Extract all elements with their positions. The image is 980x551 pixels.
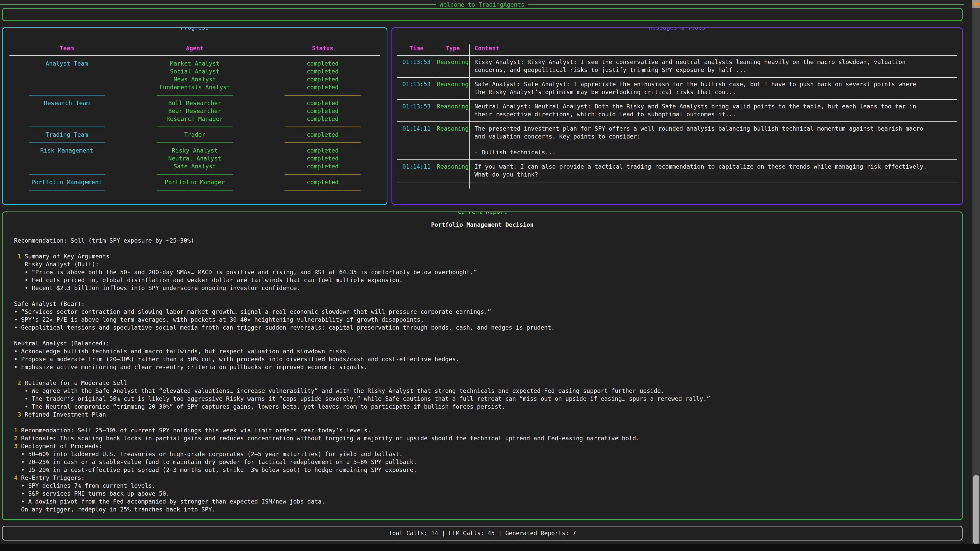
messages-table-footer <box>469 183 957 189</box>
status-separator-line <box>285 190 361 191</box>
report-heading: Portfolio Management Decision <box>14 221 951 229</box>
bottom-strip <box>0 545 980 551</box>
messages-table-footer <box>436 183 469 189</box>
progress-group-separator <box>3 139 387 147</box>
report-line: • The trader’s original 50% cut is likel… <box>14 395 951 403</box>
status-separator-line <box>285 142 361 143</box>
progress-status-value: completed <box>259 162 387 170</box>
scrollbar-top-button[interactable] <box>972 0 980 8</box>
report-line: • The Neutral compromise—“trimming 20–30… <box>14 403 951 411</box>
progress-header-separator <box>10 55 380 56</box>
report-line: 1 Recommendation: Sell 25–30% of current… <box>14 427 951 434</box>
report-panel: Current Report Portfolio Management Deci… <box>2 211 963 520</box>
report-panel-title: Current Report <box>453 211 511 216</box>
progress-team-name: Portfolio Management <box>3 178 130 186</box>
report-list-number: 4 <box>14 475 21 481</box>
progress-status-value: completed <box>259 83 387 91</box>
message-time: 01:14:11 <box>397 122 436 159</box>
progress-group-row: Trading TeamTradercompleted <box>3 131 387 139</box>
progress-status-value: completed <box>259 107 387 115</box>
progress-agent-cell: Bull ResearcherBear ResearcherResearch M… <box>130 99 259 123</box>
message-content: Safe Analyst: Safe Analyst: I appreciate… <box>469 78 957 99</box>
messages-col-content: Content <box>469 44 957 55</box>
progress-agent-cell: Trader <box>130 131 259 139</box>
progress-status-value: completed <box>259 131 387 139</box>
report-list-number: 2 <box>14 435 21 441</box>
agent-separator-line <box>157 95 233 96</box>
report-line: 2 Rationale for a Moderate Sell <box>14 379 951 387</box>
messages-col-time: Time <box>397 44 436 55</box>
progress-agent-name: Neutral Analyst <box>130 155 259 162</box>
team-separator-line <box>29 174 105 175</box>
progress-team-cell: Risk Management <box>3 147 130 170</box>
report-line: 3 Deployment of Proceeds: <box>14 442 951 450</box>
progress-team-name: Analyst Team <box>3 60 130 68</box>
progress-agent-name: Trader <box>130 131 259 139</box>
progress-group-separator <box>3 170 387 178</box>
progress-group-separator <box>3 186 387 194</box>
progress-col-status: Status <box>259 44 387 52</box>
progress-agent-cell: Portfolio Manager <box>130 178 259 186</box>
rule-line-right <box>528 4 964 5</box>
progress-status-cell: completed <box>259 131 387 139</box>
report-line: 1 Summary of Key Arguments <box>14 252 951 260</box>
report-line: • “Services sector contraction and slowi… <box>14 308 951 316</box>
progress-group-row: Portfolio ManagementPortfolio Managercom… <box>3 178 387 186</box>
report-line: • Acknowledge bullish technicals and mac… <box>14 348 951 355</box>
report-line: 3 Refined Investment Plan <box>14 411 951 419</box>
report-line <box>14 292 951 300</box>
progress-team-cell: Portfolio Management <box>3 178 130 186</box>
message-content: If you want, I can also provide a tactic… <box>469 160 957 182</box>
report-line: 2 Rationale: This scaling back locks in … <box>14 434 951 442</box>
progress-team-name: Trading Team <box>3 131 130 139</box>
progress-status-value: completed <box>259 147 387 155</box>
report-line: Safe Analyst (Bear): <box>14 300 951 308</box>
agent-separator-line <box>157 142 233 143</box>
progress-agent-name: Social Analyst <box>130 68 259 76</box>
report-line: • Propose a moderate trim (20–30%) rathe… <box>14 355 951 363</box>
message-content: Neutral Analyst: Neutral Analyst: Both t… <box>469 100 957 121</box>
progress-agent-cell: Market AnalystSocial AnalystNews Analyst… <box>130 60 259 91</box>
message-content: Risky Analyst: Risky Analyst: I see the … <box>469 56 957 77</box>
progress-team-name: Research Team <box>3 99 130 107</box>
stats-bar: Tool Calls: 14 | LLM Calls: 45 | Generat… <box>2 526 963 540</box>
report-line: • A dovish pivot from the Fed accompanie… <box>14 498 951 506</box>
progress-agent-cell: Risky AnalystNeutral AnalystSafe Analyst <box>130 147 259 170</box>
scrollbar-thumb[interactable] <box>973 475 979 545</box>
welcome-panel <box>2 8 963 21</box>
progress-group-row: Research TeamBull ResearcherBear Researc… <box>3 99 387 123</box>
progress-group-row: Risk ManagementRisky AnalystNeutral Anal… <box>3 147 387 170</box>
message-type: Reasoning <box>436 122 469 159</box>
team-separator-line <box>29 127 105 127</box>
report-line: Risky Analyst (Bull): <box>14 260 951 268</box>
progress-status-value: completed <box>259 99 387 107</box>
progress-panel-title: Progress <box>177 27 213 32</box>
report-line: • Emphasize active monitoring and clear … <box>14 363 951 371</box>
message-time: 01:13:53 <box>397 78 436 99</box>
report-line: • 50–60% into laddered U.S. Treasuries o… <box>14 450 951 458</box>
progress-status-value: completed <box>259 155 387 162</box>
progress-agent-name: Market Analyst <box>130 60 259 68</box>
report-line: • SPY declines 7% from current levels. <box>14 482 951 490</box>
progress-header: Team Agent Status <box>3 44 387 52</box>
terminal-content: Welcome to TradingAgents Progress Team A… <box>0 0 964 540</box>
agent-separator-line <box>157 127 233 127</box>
welcome-title: Welcome to TradingAgents <box>436 1 528 9</box>
report-list-number: 3 <box>14 411 25 418</box>
progress-agent-name: News Analyst <box>130 76 259 83</box>
agent-separator-line <box>157 190 233 191</box>
message-type: Reasoning <box>436 56 469 77</box>
team-separator-line <box>29 190 105 191</box>
progress-panel: Progress Team Agent Status Analyst TeamM… <box>2 27 387 205</box>
stats-text: Tool Calls: 14 | LLM Calls: 45 | Generat… <box>389 529 576 537</box>
progress-agent-name: Bear Researcher <box>130 107 259 115</box>
report-list-number: 3 <box>14 443 21 449</box>
report-line: • 15–20% in a cost-effective put spread … <box>14 466 951 474</box>
progress-agent-name: Safe Analyst <box>130 162 259 170</box>
messages-table: Time Type Content 01:13:53ReasoningRisky… <box>397 44 957 189</box>
scrollbar[interactable] <box>972 0 980 545</box>
progress-agent-name: Bull Researcher <box>130 99 259 107</box>
status-separator-line <box>285 174 361 175</box>
progress-status-value: completed <box>259 178 387 186</box>
welcome-rule: Welcome to TradingAgents <box>0 1 964 8</box>
